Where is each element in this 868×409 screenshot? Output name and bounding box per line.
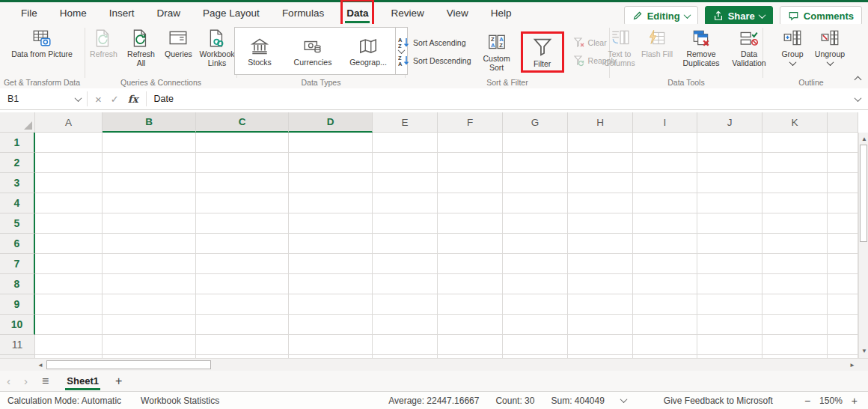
cell-G9[interactable] xyxy=(503,294,568,315)
cell-K11[interactable] xyxy=(762,335,828,355)
cell-x4[interactable] xyxy=(828,193,858,213)
menu-tab-page-layout[interactable]: Page Layout xyxy=(201,4,261,23)
zoom-out-button[interactable]: − xyxy=(804,395,810,407)
row-header-4[interactable]: 4 xyxy=(0,193,35,213)
cell-A11[interactable] xyxy=(35,335,103,355)
share-button[interactable]: Share xyxy=(705,6,773,25)
cell-C2[interactable] xyxy=(196,153,289,173)
cell-x8[interactable] xyxy=(828,274,858,294)
cell-D9[interactable] xyxy=(289,294,373,315)
cell-F4[interactable] xyxy=(438,193,503,213)
cell-C4[interactable] xyxy=(196,193,289,213)
cell-B11[interactable] xyxy=(103,335,196,355)
cell-I4[interactable] xyxy=(633,193,697,213)
cell-I7[interactable] xyxy=(633,254,697,274)
menu-tab-review[interactable]: Review xyxy=(389,4,425,23)
menu-tab-draw[interactable]: Draw xyxy=(156,4,183,23)
column-header-J[interactable]: J xyxy=(697,112,762,133)
cell-x3[interactable] xyxy=(828,173,858,193)
cell-D5[interactable] xyxy=(289,213,373,234)
cell-x2[interactable] xyxy=(828,153,858,173)
cell-x9[interactable] xyxy=(828,294,858,315)
menu-tab-help[interactable]: Help xyxy=(489,4,513,23)
cell-B3[interactable] xyxy=(103,173,196,193)
cell-I6[interactable] xyxy=(633,234,697,254)
cell-K1[interactable] xyxy=(762,133,828,153)
vertical-scrollbar[interactable]: ▲ ▼ xyxy=(858,133,868,358)
cell-x10[interactable] xyxy=(828,315,858,335)
row-header-3[interactable]: 3 xyxy=(0,173,35,193)
currencies-button[interactable]: Currencies xyxy=(284,28,341,74)
cell-K7[interactable] xyxy=(762,254,828,274)
cell-J10[interactable] xyxy=(697,315,762,335)
cell-E1[interactable] xyxy=(373,133,438,153)
column-header-F[interactable]: F xyxy=(438,112,503,133)
cell-B5[interactable] xyxy=(103,213,196,234)
cell-E2[interactable] xyxy=(373,153,438,173)
cell-H7[interactable] xyxy=(568,254,633,274)
menu-tab-insert[interactable]: Insert xyxy=(108,4,136,23)
cell-J11[interactable] xyxy=(697,335,762,355)
menu-tab-formulas[interactable]: Formulas xyxy=(281,4,326,23)
cell-J6[interactable] xyxy=(697,234,762,254)
cell-J4[interactable] xyxy=(697,193,762,213)
zoom-level[interactable]: 150% xyxy=(819,396,843,406)
scroll-right-icon[interactable]: ► xyxy=(849,363,855,369)
column-header-I[interactable]: I xyxy=(633,112,697,133)
cell-D4[interactable] xyxy=(289,193,373,213)
row-header-6[interactable]: 6 xyxy=(0,234,35,254)
cell-F9[interactable] xyxy=(438,294,503,315)
row-header-10[interactable]: 10 xyxy=(0,315,35,335)
all-sheets-menu-icon[interactable]: ≡ xyxy=(42,375,49,388)
geography-button[interactable]: Geograp... xyxy=(341,28,395,74)
column-header-A[interactable]: A xyxy=(35,112,103,133)
cell-G8[interactable] xyxy=(503,274,568,294)
cell-H11[interactable] xyxy=(568,335,633,355)
cell-E10[interactable] xyxy=(373,315,438,335)
cell-G10[interactable] xyxy=(503,315,568,335)
cell-I11[interactable] xyxy=(633,335,697,355)
custom-sort-button[interactable]: ZAAZ Custom Sort xyxy=(476,31,518,73)
menu-tab-data[interactable]: Data xyxy=(345,4,370,23)
cell-I10[interactable] xyxy=(633,315,697,335)
cell-F7[interactable] xyxy=(438,254,503,274)
workbook-statistics-button[interactable]: Workbook Statistics xyxy=(141,396,219,406)
cell-A3[interactable] xyxy=(35,173,103,193)
cell-K10[interactable] xyxy=(762,315,828,335)
cell-E9[interactable] xyxy=(373,294,438,315)
cell-K5[interactable] xyxy=(762,213,828,234)
cell-A10[interactable] xyxy=(35,315,103,335)
cell-I3[interactable] xyxy=(633,173,697,193)
cell-G5[interactable] xyxy=(503,213,568,234)
cell-H4[interactable] xyxy=(568,193,633,213)
cell-B6[interactable] xyxy=(103,234,196,254)
cell-J5[interactable] xyxy=(697,213,762,234)
row-header-8[interactable]: 8 xyxy=(0,274,35,294)
scroll-up-icon[interactable]: ▲ xyxy=(861,136,867,142)
vertical-scroll-thumb[interactable] xyxy=(860,145,867,242)
cell-x7[interactable] xyxy=(828,254,858,274)
cell-K2[interactable] xyxy=(762,153,828,173)
cell-x1[interactable] xyxy=(828,133,858,153)
cell-G7[interactable] xyxy=(503,254,568,274)
cell-A6[interactable] xyxy=(35,234,103,254)
cell-D8[interactable] xyxy=(289,274,373,294)
cell-C11[interactable] xyxy=(196,335,289,355)
ungroup-button[interactable]: Ungroup xyxy=(811,26,849,67)
sort-ascending-button[interactable]: AZ Sort Ascending xyxy=(397,35,473,50)
row-header-1[interactable]: 1 xyxy=(0,133,35,153)
cell-A7[interactable] xyxy=(35,254,103,274)
cell-B7[interactable] xyxy=(103,254,196,274)
cell-H5[interactable] xyxy=(568,213,633,234)
cell-E11[interactable] xyxy=(373,335,438,355)
row-header-7[interactable]: 7 xyxy=(0,254,35,274)
cell-D2[interactable] xyxy=(289,153,373,173)
column-header-C[interactable]: C xyxy=(196,112,289,133)
cell-E4[interactable] xyxy=(373,193,438,213)
filter-button[interactable]: Filter xyxy=(524,34,561,70)
cell-D1[interactable] xyxy=(289,133,373,153)
sort-descending-button[interactable]: ZA Sort Descending xyxy=(397,53,473,68)
cell-G6[interactable] xyxy=(503,234,568,254)
cell-F1[interactable] xyxy=(438,133,503,153)
cell-K3[interactable] xyxy=(762,173,828,193)
